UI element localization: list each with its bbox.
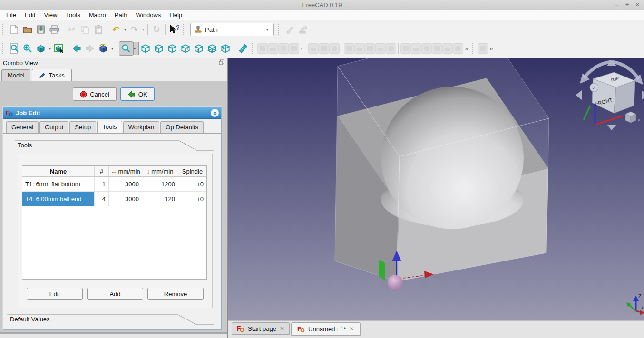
redo-button[interactable]: ↷ bbox=[127, 23, 141, 36]
navigate-back-button[interactable] bbox=[70, 42, 83, 55]
cancel-button[interactable]: Cancel bbox=[73, 87, 116, 101]
tools-table-header[interactable]: Name # ↔mm/min ↕mm/min Spindle bbox=[22, 166, 206, 177]
toolbar-handle[interactable] bbox=[252, 43, 255, 54]
print-button[interactable] bbox=[48, 23, 61, 36]
whats-this-button[interactable]: ? bbox=[167, 23, 181, 36]
tool-number-cell[interactable]: 4 bbox=[95, 192, 109, 206]
minimize-button[interactable]: – bbox=[615, 0, 619, 10]
path-modification-button[interactable] bbox=[478, 42, 488, 55]
stock-box[interactable] bbox=[335, 58, 549, 281]
close-button[interactable]: × bbox=[635, 0, 639, 10]
box-zoom-dropdown[interactable]: ▾ bbox=[133, 42, 139, 55]
maximize-button[interactable]: + bbox=[625, 0, 629, 10]
remove-button[interactable]: Remove bbox=[147, 288, 204, 300]
menu-path[interactable]: Path bbox=[110, 10, 132, 19]
macro-button[interactable] bbox=[283, 23, 297, 36]
menu-windows[interactable]: Windows bbox=[132, 10, 166, 19]
toolbar-handle[interactable] bbox=[472, 43, 475, 54]
collapse-panel-button[interactable] bbox=[211, 109, 219, 117]
open-file-button[interactable] bbox=[21, 23, 34, 36]
copy-button[interactable] bbox=[78, 23, 92, 36]
menu-view[interactable]: View bbox=[39, 10, 61, 19]
tool-hfeed-cell[interactable]: 3000 bbox=[109, 177, 142, 191]
redo-dropdown[interactable]: ▾ bbox=[141, 27, 146, 32]
tab-output[interactable]: Output bbox=[39, 121, 68, 133]
table-row-selected[interactable]: T4: 6.00mm ball end 4 3000 120 +0 bbox=[22, 192, 206, 206]
left-view-button[interactable]: x bbox=[219, 42, 232, 55]
add-button[interactable]: Add bbox=[87, 288, 143, 300]
path-operation-button[interactable] bbox=[365, 42, 375, 55]
column-spindle[interactable]: Spindle bbox=[178, 166, 206, 176]
measure-button[interactable] bbox=[236, 42, 250, 55]
view-dropdown[interactable]: ▾ bbox=[110, 46, 115, 51]
paste-button[interactable] bbox=[92, 23, 105, 36]
path-operation-button[interactable] bbox=[421, 42, 432, 55]
nav-mini-cube-menu[interactable] bbox=[625, 112, 636, 123]
toolbar-handle[interactable] bbox=[278, 24, 281, 35]
menu-file[interactable]: File bbox=[2, 10, 20, 19]
nav-left-arrow[interactable] bbox=[576, 90, 582, 100]
path-operation-button[interactable] bbox=[386, 42, 396, 55]
axonometric-view-button[interactable] bbox=[139, 42, 152, 55]
column-name[interactable]: Name bbox=[22, 166, 95, 176]
tool-hfeed-cell[interactable]: 3000 bbox=[109, 192, 142, 206]
toolbar-overflow-chevron[interactable]: » bbox=[463, 45, 470, 52]
close-tab-icon[interactable]: ✕ bbox=[280, 325, 284, 332]
undo-button[interactable]: ↶ bbox=[109, 23, 123, 36]
macro-edit-button[interactable] bbox=[297, 23, 310, 36]
tool-vfeed-cell[interactable]: 120 bbox=[142, 192, 178, 206]
tool-number-cell[interactable]: 1 bbox=[95, 177, 109, 191]
menu-macro[interactable]: Macro bbox=[85, 10, 110, 19]
fit-all-button[interactable] bbox=[8, 42, 21, 55]
toolbar-handle[interactable] bbox=[2, 24, 5, 35]
front-view-button[interactable]: x bbox=[152, 42, 166, 55]
new-file-button[interactable] bbox=[8, 23, 21, 36]
path-operation-button[interactable] bbox=[442, 42, 453, 55]
job-edit-header[interactable]: F Job Edit bbox=[3, 107, 221, 119]
tab-model[interactable]: Model bbox=[1, 69, 30, 81]
right-view-button[interactable]: x bbox=[179, 42, 192, 55]
nav-right-arrow[interactable] bbox=[642, 90, 644, 100]
column-vertical-feed[interactable]: ↕mm/min bbox=[142, 166, 178, 176]
tool-spindle-cell[interactable]: +0 bbox=[178, 177, 206, 191]
cut-button[interactable]: ✂ bbox=[65, 23, 78, 36]
column-number[interactable]: # bbox=[95, 166, 109, 176]
table-row[interactable]: T1: 6mm flat bottom 1 3000 1200 +0 bbox=[22, 177, 206, 192]
path-operation-button[interactable] bbox=[432, 42, 442, 55]
edit-button[interactable]: Edit bbox=[27, 288, 83, 300]
path-operation-button[interactable] bbox=[344, 42, 354, 55]
tab-start-page[interactable]: F Start page ✕ bbox=[232, 322, 290, 335]
menu-tools[interactable]: Tools bbox=[61, 10, 84, 19]
tab-tasks[interactable]: Tasks bbox=[32, 69, 71, 81]
tab-tools[interactable]: Tools bbox=[97, 121, 122, 133]
tab-setup[interactable]: Setup bbox=[69, 121, 96, 133]
navigation-cube[interactable]: Z TOP FRONT x ▾ bbox=[576, 60, 644, 130]
default-values-group-header[interactable]: Default Values bbox=[6, 313, 215, 326]
selection-bounding-box-button[interactable] bbox=[52, 42, 66, 55]
fit-selection-button[interactable] bbox=[21, 42, 34, 55]
bottom-view-button[interactable]: x bbox=[205, 42, 219, 55]
tab-workplan[interactable]: Workplan bbox=[123, 121, 160, 133]
path-operation-button[interactable] bbox=[400, 42, 411, 55]
undo-dropdown[interactable]: ▾ bbox=[123, 27, 127, 32]
path-tool-dropdown[interactable]: ▾ bbox=[299, 46, 304, 51]
draw-style-button[interactable] bbox=[34, 42, 48, 55]
menu-edit[interactable]: Edit bbox=[20, 10, 39, 19]
tab-general[interactable]: General bbox=[6, 121, 39, 133]
draw-style-dropdown[interactable]: ▾ bbox=[48, 46, 52, 51]
viewport-3d[interactable]: Z TOP FRONT x ▾ bbox=[228, 58, 644, 320]
tool-name-cell[interactable]: T1: 6mm flat bottom bbox=[22, 177, 95, 191]
tools-table[interactable]: Name # ↔mm/min ↕mm/min Spindle T1: 6mm f… bbox=[22, 165, 207, 280]
path-operation-button[interactable] bbox=[411, 42, 421, 55]
path-operation-button[interactable] bbox=[375, 42, 386, 55]
navigate-forward-button[interactable] bbox=[83, 42, 97, 55]
nav-down-arrow[interactable] bbox=[607, 125, 616, 130]
close-tab-icon[interactable]: ✕ bbox=[350, 326, 354, 332]
tool-vfeed-cell[interactable]: 1200 bbox=[142, 177, 178, 191]
path-tool-button[interactable] bbox=[319, 42, 329, 55]
toolbar-overflow-chevron[interactable]: » bbox=[488, 45, 495, 52]
path-tool-button[interactable] bbox=[308, 42, 319, 55]
nav-menu-dropdown[interactable]: ▾ bbox=[638, 118, 640, 123]
rear-view-button[interactable]: x bbox=[192, 42, 205, 55]
save-button[interactable] bbox=[34, 23, 48, 36]
